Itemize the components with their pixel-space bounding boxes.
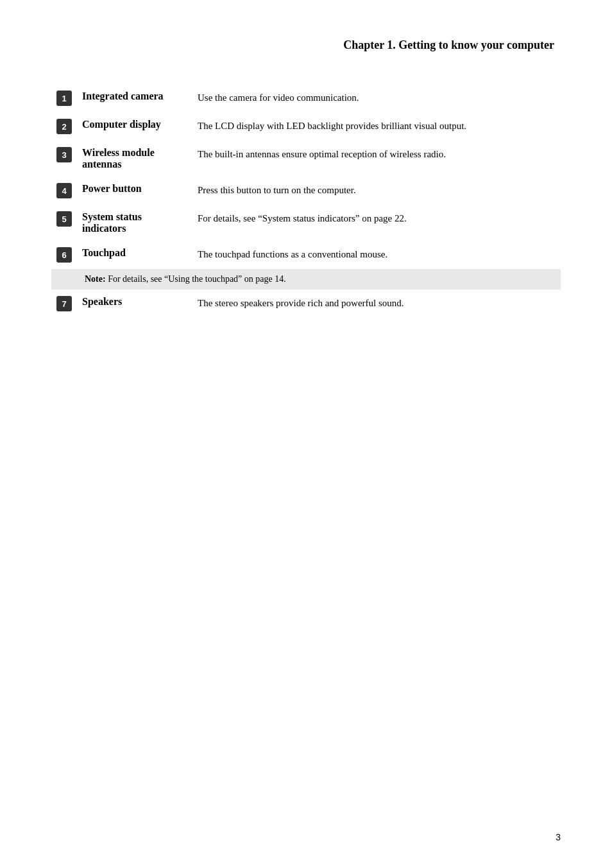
- item-description: The touchpad functions as a conventional…: [192, 241, 561, 269]
- item-description: The stereo speakers provide rich and pow…: [192, 290, 561, 318]
- chapter-title: Chapter 1. Getting to know your computer: [51, 39, 561, 52]
- table-row: 1Integrated cameraUse the camera for vid…: [51, 84, 561, 112]
- item-number-badge: 1: [56, 91, 72, 106]
- table-row: 2Computer displayThe LCD display with LE…: [51, 112, 561, 141]
- table-row: 4Power buttonPress this button to turn o…: [51, 177, 561, 205]
- note-label: Note:: [85, 274, 108, 284]
- page-number: 3: [556, 832, 561, 842]
- item-number-badge: 3: [56, 147, 72, 162]
- item-description: The built-in antennas ensure optimal rec…: [192, 141, 561, 177]
- item-label: Power button: [77, 177, 192, 205]
- item-label: System status indicators: [77, 205, 192, 241]
- item-description: The LCD display with LED backlight provi…: [192, 112, 561, 141]
- note-row: Note: For details, see “Using the touchp…: [51, 269, 561, 290]
- item-number-badge: 6: [56, 247, 72, 263]
- item-label: Touchpad: [77, 241, 192, 269]
- item-description: Use the camera for video communication.: [192, 84, 561, 112]
- table-row: 5System status indicatorsFor details, se…: [51, 205, 561, 241]
- page: Chapter 1. Getting to know your computer…: [0, 0, 612, 868]
- items-table: 1Integrated cameraUse the camera for vid…: [51, 84, 561, 318]
- item-description: For details, see “System status indicato…: [192, 205, 561, 241]
- item-label: Computer display: [77, 112, 192, 141]
- note-empty-cell: [51, 269, 77, 290]
- table-row: 3Wireless module antennasThe built-in an…: [51, 141, 561, 177]
- item-number-badge: 4: [56, 183, 72, 198]
- table-row: 7SpeakersThe stereo speakers provide ric…: [51, 290, 561, 318]
- item-description: Press this button to turn on the compute…: [192, 177, 561, 205]
- item-label: Speakers: [77, 290, 192, 318]
- note-text: Note: For details, see “Using the touchp…: [77, 269, 561, 290]
- item-number-badge: 7: [56, 296, 72, 311]
- item-label: Wireless module antennas: [77, 141, 192, 177]
- item-number-badge: 5: [56, 211, 72, 227]
- table-row: 6TouchpadThe touchpad functions as a con…: [51, 241, 561, 269]
- item-number-badge: 2: [56, 119, 72, 134]
- item-label: Integrated camera: [77, 84, 192, 112]
